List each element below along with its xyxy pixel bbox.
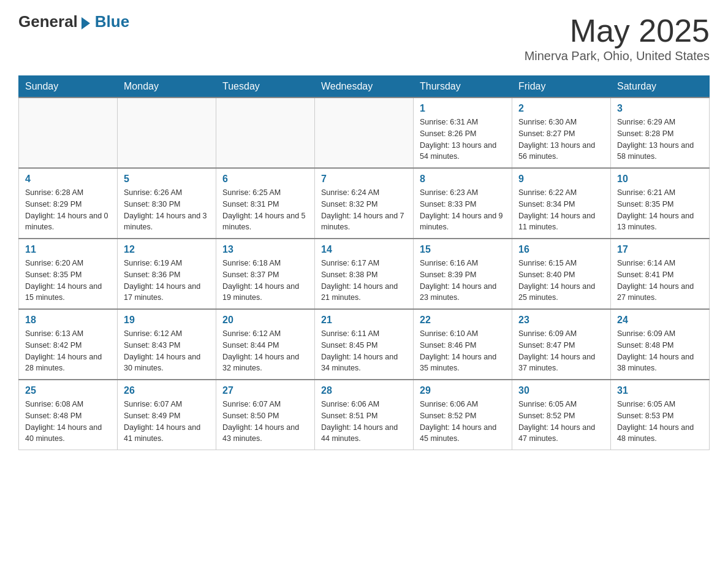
day-number: 21 [321,315,407,326]
calendar-cell: 30Sunrise: 6:05 AMSunset: 8:52 PMDayligh… [512,380,611,450]
week-row-2: 4Sunrise: 6:28 AMSunset: 8:29 PMDaylight… [19,168,710,239]
day-info: Sunrise: 6:21 AMSunset: 8:35 PMDaylight:… [617,187,703,233]
day-number: 25 [25,385,111,396]
calendar-cell: 24Sunrise: 6:09 AMSunset: 8:48 PMDayligh… [611,309,710,380]
calendar-cell: 29Sunrise: 6:06 AMSunset: 8:52 PMDayligh… [414,380,512,450]
day-info: Sunrise: 6:05 AMSunset: 8:53 PMDaylight:… [617,399,703,445]
calendar-cell: 8Sunrise: 6:23 AMSunset: 8:33 PMDaylight… [414,168,512,239]
day-number: 2 [518,103,604,114]
day-number: 15 [420,244,506,255]
calendar-cell: 28Sunrise: 6:06 AMSunset: 8:51 PMDayligh… [315,380,414,450]
day-number: 30 [518,385,604,396]
calendar-cell: 26Sunrise: 6:07 AMSunset: 8:49 PMDayligh… [118,380,216,450]
day-number: 20 [222,315,308,326]
week-row-1: 1Sunrise: 6:31 AMSunset: 8:26 PMDaylight… [19,98,710,168]
col-wednesday: Wednesday [315,76,414,98]
day-info: Sunrise: 6:28 AMSunset: 8:29 PMDaylight:… [25,187,111,233]
calendar-cell: 13Sunrise: 6:18 AMSunset: 8:37 PMDayligh… [216,239,315,309]
day-number: 6 [222,174,308,185]
day-info: Sunrise: 6:07 AMSunset: 8:49 PMDaylight:… [124,399,210,445]
day-number: 10 [617,174,703,185]
day-info: Sunrise: 6:29 AMSunset: 8:28 PMDaylight:… [617,117,703,163]
day-info: Sunrise: 6:24 AMSunset: 8:32 PMDaylight:… [321,187,407,233]
calendar-cell: 6Sunrise: 6:25 AMSunset: 8:31 PMDaylight… [216,168,315,239]
day-info: Sunrise: 6:18 AMSunset: 8:37 PMDaylight:… [222,258,308,304]
day-info: Sunrise: 6:23 AMSunset: 8:33 PMDaylight:… [420,187,506,233]
day-info: Sunrise: 6:19 AMSunset: 8:36 PMDaylight:… [124,258,210,304]
day-number: 13 [222,244,308,255]
page-header: General Blue May 2025 Minerva Park, Ohio… [18,12,710,63]
col-monday: Monday [118,76,216,98]
day-number: 18 [25,315,111,326]
calendar-cell: 14Sunrise: 6:17 AMSunset: 8:38 PMDayligh… [315,239,414,309]
day-info: Sunrise: 6:12 AMSunset: 8:43 PMDaylight:… [124,328,210,374]
day-info: Sunrise: 6:26 AMSunset: 8:30 PMDaylight:… [124,187,210,233]
day-number: 24 [617,315,703,326]
calendar-cell: 5Sunrise: 6:26 AMSunset: 8:30 PMDaylight… [118,168,216,239]
calendar-cell: 27Sunrise: 6:07 AMSunset: 8:50 PMDayligh… [216,380,315,450]
day-number: 26 [124,385,210,396]
day-number: 3 [617,103,703,114]
logo-arrow-icon [82,17,90,29]
calendar-cell: 23Sunrise: 6:09 AMSunset: 8:47 PMDayligh… [512,309,611,380]
week-row-4: 18Sunrise: 6:13 AMSunset: 8:42 PMDayligh… [19,309,710,380]
calendar-cell [216,98,315,168]
calendar-header-row: Sunday Monday Tuesday Wednesday Thursday… [19,76,710,98]
day-number: 9 [518,174,604,185]
logo: General Blue [18,12,129,31]
day-info: Sunrise: 6:10 AMSunset: 8:46 PMDaylight:… [420,328,506,374]
col-sunday: Sunday [19,76,118,98]
day-number: 1 [420,103,506,114]
day-info: Sunrise: 6:22 AMSunset: 8:34 PMDaylight:… [518,187,604,233]
day-number: 17 [617,244,703,255]
week-row-3: 11Sunrise: 6:20 AMSunset: 8:35 PMDayligh… [19,239,710,309]
day-info: Sunrise: 6:11 AMSunset: 8:45 PMDaylight:… [321,328,407,374]
calendar-cell: 18Sunrise: 6:13 AMSunset: 8:42 PMDayligh… [19,309,118,380]
day-number: 19 [124,315,210,326]
day-number: 7 [321,174,407,185]
day-number: 31 [617,385,703,396]
calendar-cell: 3Sunrise: 6:29 AMSunset: 8:28 PMDaylight… [611,98,710,168]
col-tuesday: Tuesday [216,76,315,98]
calendar-cell: 16Sunrise: 6:15 AMSunset: 8:40 PMDayligh… [512,239,611,309]
location-subtitle: Minerva Park, Ohio, United States [525,49,710,63]
calendar-cell [19,98,118,168]
day-info: Sunrise: 6:09 AMSunset: 8:47 PMDaylight:… [518,328,604,374]
calendar-cell: 11Sunrise: 6:20 AMSunset: 8:35 PMDayligh… [19,239,118,309]
day-number: 12 [124,244,210,255]
day-info: Sunrise: 6:14 AMSunset: 8:41 PMDaylight:… [617,258,703,304]
day-info: Sunrise: 6:25 AMSunset: 8:31 PMDaylight:… [222,187,308,233]
day-info: Sunrise: 6:15 AMSunset: 8:40 PMDaylight:… [518,258,604,304]
day-info: Sunrise: 6:31 AMSunset: 8:26 PMDaylight:… [420,117,506,163]
week-row-5: 25Sunrise: 6:08 AMSunset: 8:48 PMDayligh… [19,380,710,450]
calendar-cell: 9Sunrise: 6:22 AMSunset: 8:34 PMDaylight… [512,168,611,239]
calendar-cell: 22Sunrise: 6:10 AMSunset: 8:46 PMDayligh… [414,309,512,380]
day-info: Sunrise: 6:06 AMSunset: 8:52 PMDaylight:… [420,399,506,445]
col-friday: Friday [512,76,611,98]
day-number: 29 [420,385,506,396]
day-info: Sunrise: 6:16 AMSunset: 8:39 PMDaylight:… [420,258,506,304]
calendar-cell: 12Sunrise: 6:19 AMSunset: 8:36 PMDayligh… [118,239,216,309]
col-saturday: Saturday [611,76,710,98]
calendar-cell [118,98,216,168]
calendar-cell: 7Sunrise: 6:24 AMSunset: 8:32 PMDaylight… [315,168,414,239]
calendar-cell: 1Sunrise: 6:31 AMSunset: 8:26 PMDaylight… [414,98,512,168]
day-number: 28 [321,385,407,396]
day-number: 5 [124,174,210,185]
day-number: 23 [518,315,604,326]
calendar-cell: 19Sunrise: 6:12 AMSunset: 8:43 PMDayligh… [118,309,216,380]
day-info: Sunrise: 6:07 AMSunset: 8:50 PMDaylight:… [222,399,308,445]
logo-general-text: General [18,12,78,31]
day-info: Sunrise: 6:17 AMSunset: 8:38 PMDaylight:… [321,258,407,304]
day-info: Sunrise: 6:09 AMSunset: 8:48 PMDaylight:… [617,328,703,374]
month-year-title: May 2025 [525,12,710,49]
day-info: Sunrise: 6:20 AMSunset: 8:35 PMDaylight:… [25,258,111,304]
day-number: 4 [25,174,111,185]
calendar-cell: 4Sunrise: 6:28 AMSunset: 8:29 PMDaylight… [19,168,118,239]
calendar-cell: 15Sunrise: 6:16 AMSunset: 8:39 PMDayligh… [414,239,512,309]
day-number: 8 [420,174,506,185]
day-info: Sunrise: 6:13 AMSunset: 8:42 PMDaylight:… [25,328,111,374]
title-section: May 2025 Minerva Park, Ohio, United Stat… [525,12,710,63]
calendar-cell: 31Sunrise: 6:05 AMSunset: 8:53 PMDayligh… [611,380,710,450]
day-info: Sunrise: 6:05 AMSunset: 8:52 PMDaylight:… [518,399,604,445]
